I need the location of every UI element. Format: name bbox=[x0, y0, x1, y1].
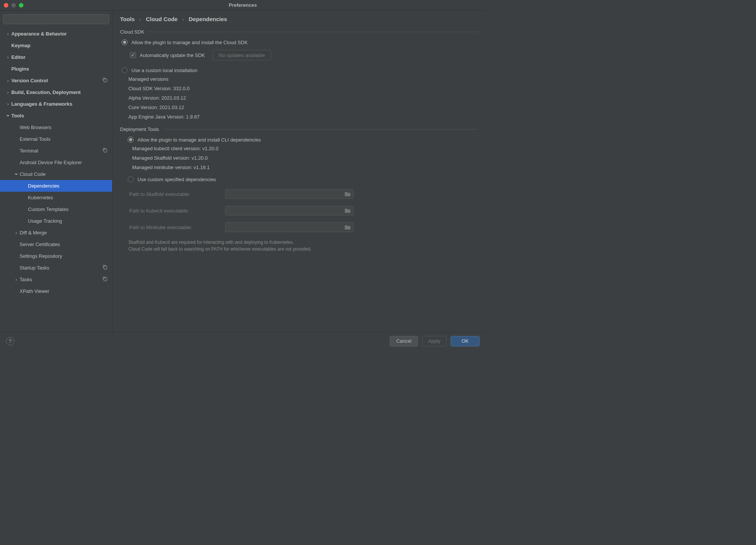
radio-icon bbox=[122, 67, 128, 73]
tree-item-external-tools[interactable]: External Tools bbox=[0, 133, 112, 145]
chevron-down-icon bbox=[5, 114, 11, 118]
main-panel: Tools › Cloud Code › Dependencies Cloud … bbox=[113, 11, 486, 332]
tree-item-label: External Tools bbox=[20, 136, 108, 142]
tree-item-android-device-file-explorer[interactable]: Android Device File Explorer bbox=[0, 157, 112, 168]
no-updates-button: No updates available bbox=[213, 50, 271, 60]
window-controls bbox=[4, 3, 23, 8]
tree-item-terminal[interactable]: Terminal bbox=[0, 145, 112, 157]
chevron-down-icon bbox=[13, 172, 20, 176]
path-kubectl-input[interactable] bbox=[225, 206, 353, 216]
tree-item-editor[interactable]: ›Editor bbox=[0, 51, 112, 63]
tree-item-label: Languages & Frameworks bbox=[11, 101, 108, 107]
chevron-right-icon: › bbox=[182, 16, 184, 22]
cancel-button[interactable]: Cancel bbox=[390, 336, 418, 346]
titlebar: Preferences bbox=[0, 0, 486, 11]
tree-item-label: Kubernetes bbox=[28, 195, 108, 200]
zoom-icon[interactable] bbox=[19, 3, 23, 8]
tree-item-settings-repository[interactable]: Settings Repository bbox=[0, 250, 112, 262]
tree-item-plugins[interactable]: Plugins bbox=[0, 63, 112, 75]
copy-icon[interactable] bbox=[102, 148, 108, 154]
sidebar: ›Appearance & BehaviorKeymap›EditorPlugi… bbox=[0, 11, 113, 332]
ok-button[interactable]: OK bbox=[451, 336, 480, 346]
tree-item-startup-tasks[interactable]: Startup Tasks bbox=[0, 262, 112, 274]
tree-item-keymap[interactable]: Keymap bbox=[0, 40, 112, 51]
tree-item-kubernetes[interactable]: Kubernetes bbox=[0, 192, 112, 203]
tree-item-label: Plugins bbox=[11, 66, 108, 72]
copy-icon[interactable] bbox=[102, 276, 108, 283]
chevron-right-icon: › bbox=[5, 102, 11, 107]
text-input[interactable] bbox=[228, 225, 345, 230]
tree-item-label: Server Certificates bbox=[20, 242, 108, 247]
tree-item-languages-frameworks[interactable]: ›Languages & Frameworks bbox=[0, 98, 112, 110]
folder-icon[interactable] bbox=[345, 191, 351, 197]
tree-item-server-certificates[interactable]: Server Certificates bbox=[0, 239, 112, 250]
svg-rect-1 bbox=[104, 79, 107, 82]
field-label: Path to Kubectl executable: bbox=[129, 208, 218, 214]
tree-item-label: Keymap bbox=[11, 43, 108, 48]
breadcrumb-part[interactable]: Tools bbox=[120, 16, 135, 22]
tree-item-tools[interactable]: Tools bbox=[0, 110, 112, 122]
info-line: App Engine Java Version: 1.9.87 bbox=[128, 114, 478, 120]
radio-custom-cli[interactable]: Use custom specified dependencies bbox=[128, 176, 478, 182]
tree-item-appearance-behavior[interactable]: ›Appearance & Behavior bbox=[0, 28, 112, 40]
tree-item-label: Terminal bbox=[20, 148, 102, 154]
radio-label: Allow the plugin to manage and install t… bbox=[131, 40, 248, 45]
tree-item-dependencies[interactable]: Dependencies bbox=[0, 180, 112, 192]
minimize-icon[interactable] bbox=[11, 3, 16, 8]
tree-item-label: Usage Tracking bbox=[28, 218, 108, 224]
radio-custom-sdk[interactable]: Use a custom local installation bbox=[122, 67, 478, 73]
info-line: Managed versions bbox=[128, 76, 478, 82]
text-input[interactable] bbox=[228, 208, 345, 214]
radio-icon bbox=[128, 137, 134, 143]
tree-item-usage-tracking[interactable]: Usage Tracking bbox=[0, 215, 112, 227]
tree-item-tasks[interactable]: ›Tasks bbox=[0, 274, 112, 285]
help-button[interactable]: ? bbox=[6, 337, 14, 345]
info-line: Core Version: 2021.03.12 bbox=[128, 105, 478, 110]
checkbox-auto-update[interactable]: Automatically update the SDK No updates … bbox=[130, 50, 478, 60]
radio-icon bbox=[122, 39, 128, 45]
tree-item-label: Custom Templates bbox=[28, 206, 108, 212]
text-input[interactable] bbox=[228, 191, 345, 197]
path-minikube-input[interactable] bbox=[225, 222, 353, 232]
search-input[interactable] bbox=[3, 14, 109, 24]
tree-item-custom-templates[interactable]: Custom Templates bbox=[0, 203, 112, 215]
chevron-right-icon: › bbox=[5, 78, 11, 83]
managed-cli-versions: Managed kubectl client version: v1.20.0 … bbox=[132, 146, 478, 170]
radio-managed-cli[interactable]: Allow the plugin to manage and install C… bbox=[128, 137, 478, 143]
radio-label: Allow the plugin to manage and install C… bbox=[137, 137, 261, 143]
settings-tree: ›Appearance & BehaviorKeymap›EditorPlugi… bbox=[0, 28, 112, 297]
window-title: Preferences bbox=[229, 2, 257, 8]
breadcrumb-part[interactable]: Cloud Code bbox=[146, 16, 177, 22]
radio-label: Use a custom local installation bbox=[131, 68, 197, 73]
copy-icon[interactable] bbox=[102, 77, 108, 84]
field-label: Path to Minikube executable: bbox=[129, 225, 218, 230]
tree-item-label: Dependencies bbox=[28, 183, 108, 189]
path-skaffold-row: Path to Skaffold executable: bbox=[129, 189, 478, 199]
folder-icon[interactable] bbox=[345, 208, 351, 213]
tree-item-label: Diff & Merge bbox=[20, 230, 108, 236]
chevron-right-icon: › bbox=[13, 277, 20, 282]
path-skaffold-input[interactable] bbox=[225, 189, 353, 199]
tree-item-cloud-code[interactable]: Cloud Code bbox=[0, 168, 112, 180]
tree-item-label: Android Device File Explorer bbox=[20, 160, 108, 165]
tree-item-label: Tasks bbox=[20, 277, 102, 282]
close-icon[interactable] bbox=[4, 3, 8, 8]
radio-label: Use custom specified dependencies bbox=[137, 177, 216, 182]
apply-button[interactable]: Apply bbox=[422, 336, 447, 346]
tree-item-label: Startup Tasks bbox=[20, 265, 102, 271]
path-minikube-row: Path to Minikube executable: bbox=[129, 222, 478, 232]
tree-item-xpath-viewer[interactable]: XPath Viewer bbox=[0, 285, 112, 297]
folder-icon[interactable] bbox=[345, 225, 351, 230]
chevron-right-icon: › bbox=[5, 90, 11, 95]
svg-rect-4 bbox=[104, 278, 107, 281]
tree-item-web-browsers[interactable]: Web Browsers bbox=[0, 122, 112, 133]
tree-item-build-execution-deployment[interactable]: ›Build, Execution, Deployment bbox=[0, 86, 112, 98]
section-deployment-tools: Deployment Tools bbox=[120, 126, 478, 132]
divider bbox=[148, 32, 478, 32]
hint-line: Skaffold and Kubectl are required for in… bbox=[128, 239, 478, 246]
svg-rect-3 bbox=[104, 266, 107, 269]
copy-icon[interactable] bbox=[102, 265, 108, 271]
tree-item-diff-merge[interactable]: ›Diff & Merge bbox=[0, 227, 112, 239]
tree-item-version-control[interactable]: ›Version Control bbox=[0, 75, 112, 86]
radio-managed-sdk[interactable]: Allow the plugin to manage and install t… bbox=[122, 39, 478, 45]
